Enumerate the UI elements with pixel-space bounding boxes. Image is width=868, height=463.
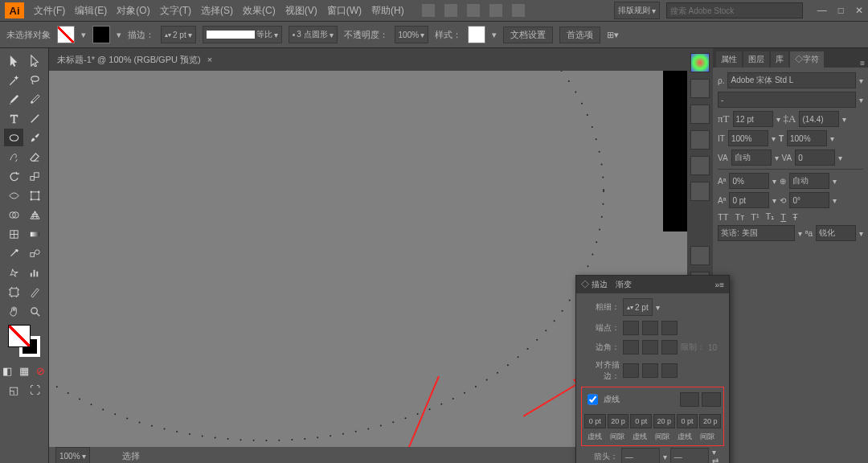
color-mode-icon[interactable]: ◧	[0, 362, 15, 379]
screen-mode-icon[interactable]: ⛶	[25, 381, 44, 399]
document-close-button[interactable]: ×	[207, 55, 212, 64]
window-maximize-button[interactable]: □	[838, 5, 844, 16]
gap-1-input[interactable]: 20 p	[608, 414, 629, 428]
menu-window[interactable]: 窗口(W)	[322, 4, 366, 18]
gradient-tool[interactable]	[25, 225, 44, 243]
shape-builder-tool[interactable]	[4, 206, 23, 223]
width-tool[interactable]	[4, 186, 23, 204]
type-tool[interactable]	[4, 109, 23, 127]
menu-object[interactable]: 对象(O)	[112, 4, 154, 18]
arrow-start-dropdown[interactable]: —	[621, 448, 660, 463]
strikethrough-button[interactable]: Ŧ	[792, 212, 798, 222]
panel-menu-icon[interactable]: »≡	[715, 281, 724, 289]
symbol-sprayer-tool[interactable]	[4, 264, 23, 281]
ellipse-tool[interactable]	[4, 129, 23, 146]
feedback-icon[interactable]	[512, 4, 525, 17]
none-mode-icon[interactable]: ⊘	[33, 362, 48, 379]
align-outside-button[interactable]	[661, 363, 678, 378]
libraries-tab[interactable]: 库	[771, 51, 788, 68]
underline-button[interactable]: T	[780, 212, 786, 222]
antialias-dropdown[interactable]: 锐化	[816, 225, 856, 241]
menu-file[interactable]: 文件(F)	[29, 4, 70, 18]
stroke-weight-field[interactable]: ▴▾2 pt	[623, 298, 653, 316]
stroke-swatch[interactable]	[92, 26, 110, 43]
horizontal-scale-input[interactable]: 100%	[787, 130, 827, 146]
eraser-tool[interactable]	[25, 148, 44, 166]
gap-3-input[interactable]: 20 p	[699, 414, 721, 428]
auto-input[interactable]: 自动	[789, 173, 829, 189]
shift-input[interactable]: 0 pt	[729, 192, 769, 208]
rotate-tool[interactable]	[4, 167, 23, 185]
gpu-icon[interactable]	[489, 4, 502, 17]
align-icon[interactable]: ⊞▾	[607, 30, 619, 40]
blend-tool[interactable]	[25, 244, 44, 262]
dash-preserve-button[interactable]	[680, 392, 699, 407]
paintbrush-tool[interactable]	[25, 129, 44, 146]
draw-normal-icon[interactable]: ◱	[4, 381, 23, 399]
font-size-input[interactable]: 12 pt	[733, 111, 773, 127]
stroke-profile-dropdown[interactable]: 等比 ▾	[203, 26, 282, 43]
menu-type[interactable]: 文字(T)	[155, 4, 196, 18]
lasso-tool[interactable]	[25, 71, 44, 88]
dashed-line-checkbox[interactable]	[588, 392, 598, 407]
line-tool[interactable]	[25, 109, 44, 127]
corner-bevel-button[interactable]	[661, 340, 678, 354]
menu-select[interactable]: 选择(S)	[196, 4, 238, 18]
kerning-input[interactable]: 自动	[731, 150, 772, 166]
fill-swatch[interactable]	[57, 26, 75, 43]
curvature-tool[interactable]	[25, 90, 44, 108]
tracking-input[interactable]: 0	[795, 150, 835, 166]
slice-tool[interactable]	[25, 283, 44, 301]
corner-miter-button[interactable]	[623, 340, 639, 354]
symbols-panel-icon[interactable]	[690, 104, 710, 124]
mesh-tool[interactable]	[4, 225, 23, 243]
layers-tab[interactable]: 图层	[743, 51, 769, 68]
opacity-input[interactable]: 100% ▾	[395, 26, 429, 43]
brushes-panel-icon[interactable]	[690, 130, 710, 150]
fill-stroke-control[interactable]	[8, 325, 40, 357]
zoom-level-dropdown[interactable]: 100% ▾	[55, 447, 90, 463]
fill-color-box[interactable]	[8, 325, 31, 347]
magic-wand-tool[interactable]	[4, 71, 23, 88]
subscript-button[interactable]: T₁	[766, 211, 775, 222]
cap-projecting-button[interactable]	[661, 321, 678, 335]
all-caps-button[interactable]: TT	[718, 212, 728, 222]
stroke-panel-tab[interactable]: ◇ 描边	[581, 279, 608, 290]
brush-dropdown[interactable]: • 3 点圆形 ▾	[289, 26, 338, 43]
gradient-mode-icon[interactable]: ▦	[17, 362, 32, 379]
window-minimize-button[interactable]: —	[817, 5, 827, 16]
align-center-button[interactable]	[623, 363, 639, 378]
free-transform-tool[interactable]	[25, 186, 44, 204]
arrange-icon[interactable]	[467, 4, 480, 17]
stroke-weight-input[interactable]: ▴▾2 pt ▾	[161, 26, 196, 43]
document-setup-button[interactable]: 文档设置	[503, 27, 553, 43]
font-family-dropdown[interactable]: Adobe 宋体 Std L	[727, 72, 856, 88]
menu-help[interactable]: 帮助(H)	[366, 4, 409, 18]
menu-view[interactable]: 视图(V)	[280, 4, 322, 18]
column-graph-tool[interactable]	[25, 264, 44, 281]
stock-icon[interactable]	[444, 4, 457, 17]
superscript-button[interactable]: T¹	[751, 212, 759, 222]
pen-tool[interactable]	[4, 90, 23, 108]
leading-input[interactable]: (14.4)	[799, 111, 839, 127]
align-inside-button[interactable]	[642, 363, 658, 378]
scale-tool[interactable]	[25, 167, 44, 185]
shaper-tool[interactable]	[4, 148, 23, 166]
character-tab[interactable]: ◇字符	[790, 51, 824, 68]
panel-flyout-menu[interactable]: ≡	[860, 59, 865, 68]
swatches-panel-icon[interactable]	[690, 79, 710, 98]
selection-tool[interactable]	[4, 51, 23, 69]
cap-butt-button[interactable]	[623, 321, 639, 335]
bridge-icon[interactable]	[422, 4, 435, 17]
zoom-tool[interactable]	[25, 302, 44, 320]
libraries-panel-icon[interactable]	[690, 246, 710, 265]
gap-2-input[interactable]: 20 p	[653, 414, 675, 428]
dash-2-input[interactable]: 0 pt	[630, 414, 652, 428]
gradient-panel-tab[interactable]: 渐变	[616, 279, 632, 290]
small-caps-button[interactable]: Tт	[735, 212, 744, 222]
baseline-shift-input[interactable]: 0%	[729, 173, 769, 189]
char-rotation-input[interactable]: 0°	[789, 192, 829, 208]
corner-round-button[interactable]	[642, 340, 658, 354]
dash-align-button[interactable]	[702, 392, 721, 407]
preferences-button[interactable]: 首选项	[559, 27, 600, 43]
